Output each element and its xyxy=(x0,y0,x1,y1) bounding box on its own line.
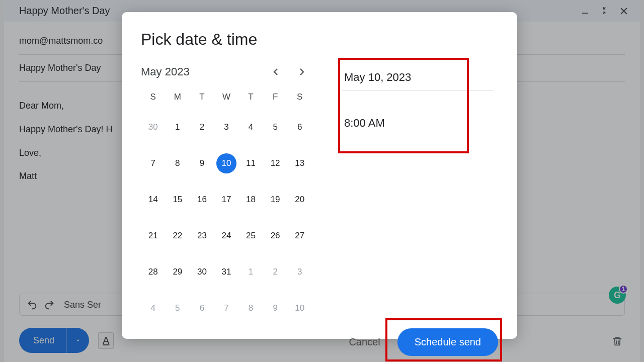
calendar-day[interactable]: 6 xyxy=(287,112,312,142)
calendar-day[interactable]: 17 xyxy=(214,185,239,215)
calendar-day[interactable]: 4 xyxy=(141,293,166,323)
calendar-day[interactable]: 3 xyxy=(287,257,312,287)
calendar-day[interactable]: 5 xyxy=(166,293,190,323)
schedule-send-dialog: Pick date & time May 2023 SMTWTFS3012345… xyxy=(122,12,517,339)
calendar-day[interactable]: 25 xyxy=(238,221,263,251)
calendar-day[interactable]: 9 xyxy=(190,148,214,178)
inputs-pane xyxy=(342,65,498,323)
calendar-day[interactable]: 8 xyxy=(166,148,190,178)
calendar-day[interactable]: 20 xyxy=(287,185,312,215)
calendar-day[interactable]: 31 xyxy=(214,257,239,287)
calendar-day[interactable]: 11 xyxy=(238,148,263,178)
calendar-day[interactable]: 4 xyxy=(238,112,263,142)
calendar-dow: T xyxy=(190,88,214,106)
calendar-header: May 2023 xyxy=(141,65,312,79)
calendar-dow: F xyxy=(263,88,288,106)
calendar-day[interactable]: 9 xyxy=(263,293,288,323)
calendar-day[interactable]: 28 xyxy=(141,257,166,287)
calendar-dow: T xyxy=(238,88,263,106)
time-input[interactable] xyxy=(342,111,493,136)
calendar-month-label: May 2023 xyxy=(141,65,190,78)
calendar-day[interactable]: 24 xyxy=(214,221,239,251)
calendar-dow: S xyxy=(287,88,312,106)
calendar-day[interactable]: 12 xyxy=(263,148,288,178)
calendar-grid: SMTWTFS301234567891011121314151617181920… xyxy=(141,88,312,323)
dialog-actions: Cancel Schedule send xyxy=(141,323,498,356)
calendar-day[interactable]: 16 xyxy=(190,185,214,215)
calendar-day[interactable]: 19 xyxy=(263,185,288,215)
calendar-day[interactable]: 2 xyxy=(263,257,288,287)
dialog-title: Pick date & time xyxy=(141,30,498,49)
calendar-day[interactable]: 18 xyxy=(238,185,263,215)
calendar-day[interactable]: 10 xyxy=(287,293,312,323)
calendar-day[interactable]: 14 xyxy=(141,185,166,215)
calendar-day[interactable]: 10 xyxy=(214,148,239,178)
next-month-button[interactable] xyxy=(295,65,309,79)
calendar-dow: S xyxy=(141,88,166,106)
calendar-pane: May 2023 SMTWTFS301234567891011121314151… xyxy=(141,65,312,323)
calendar-day[interactable]: 6 xyxy=(190,293,214,323)
calendar-day[interactable]: 1 xyxy=(238,257,263,287)
calendar-day[interactable]: 30 xyxy=(190,257,214,287)
prev-month-button[interactable] xyxy=(269,65,283,79)
calendar-day[interactable]: 21 xyxy=(141,221,166,251)
calendar-day[interactable]: 23 xyxy=(190,221,214,251)
calendar-dow: M xyxy=(166,88,190,106)
calendar-day[interactable]: 22 xyxy=(166,221,190,251)
calendar-day[interactable]: 27 xyxy=(287,221,312,251)
calendar-day[interactable]: 7 xyxy=(141,148,166,178)
calendar-day[interactable]: 3 xyxy=(214,112,239,142)
calendar-day[interactable]: 8 xyxy=(238,293,263,323)
calendar-day[interactable]: 30 xyxy=(141,112,166,142)
cancel-button[interactable]: Cancel xyxy=(345,331,384,353)
schedule-send-button[interactable]: Schedule send xyxy=(397,328,498,356)
calendar-day[interactable]: 26 xyxy=(263,221,288,251)
calendar-day[interactable]: 13 xyxy=(287,148,312,178)
calendar-day[interactable]: 2 xyxy=(190,112,214,142)
calendar-day[interactable]: 29 xyxy=(166,257,190,287)
date-input[interactable] xyxy=(342,65,493,90)
calendar-day[interactable]: 7 xyxy=(214,293,239,323)
calendar-dow: W xyxy=(214,88,239,106)
calendar-day[interactable]: 1 xyxy=(166,112,190,142)
calendar-day[interactable]: 5 xyxy=(263,112,288,142)
calendar-day[interactable]: 15 xyxy=(166,185,190,215)
